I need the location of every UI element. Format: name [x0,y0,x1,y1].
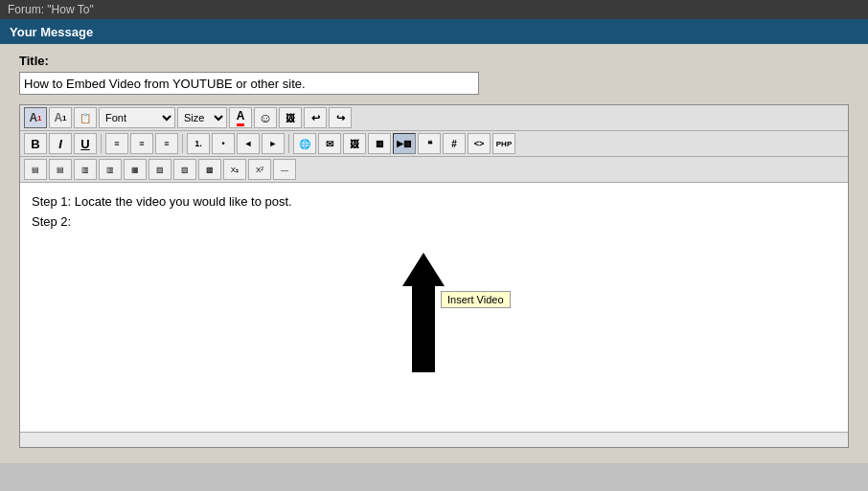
image-btn[interactable]: 🖼 [343,133,366,154]
editor-container: A1 A1 📋 Font Size A [19,104,849,448]
indent-dec-btn[interactable]: ◄ [237,133,260,154]
toolbar-row-1: A1 A1 📋 Font Size A [20,105,848,131]
align-left-btn[interactable]: ≡ [105,133,128,154]
insert-video-toolbar-btn[interactable]: ▶▦ [393,133,416,154]
toolbar-row-3: ▤ ▤ ▥ ▥ ▦ ▧ [20,157,848,183]
link-btn[interactable]: 🌐 [293,133,316,154]
editor-footer [20,432,848,447]
row3-btn-4[interactable]: ▥ [99,159,122,180]
row3-btn-5[interactable]: ▦ [124,159,147,180]
code-btn[interactable]: <> [468,133,491,154]
row3-btn-7[interactable]: ▨ [173,159,196,180]
title-input[interactable] [19,72,479,95]
form-area: Title: A1 A1 📋 Font [0,44,868,463]
row3-btn-2[interactable]: ▤ [49,159,72,180]
font-select[interactable]: Font [99,107,175,128]
format-btn-2[interactable]: A1 [49,107,72,128]
php-btn[interactable]: PHP [492,133,515,154]
italic-btn[interactable]: I [49,133,72,154]
subscript-btn[interactable]: X₂ [223,159,246,180]
toolbar-sep-1 [101,134,102,153]
font-color-btn[interactable]: A [229,107,252,128]
page-wrapper: Your Message Title: A1 A1 📋 [0,19,868,463]
title-label: Title: [19,54,849,68]
toolbar-sep-2 [182,134,183,153]
indent-inc-btn[interactable]: ► [262,133,285,154]
hash-btn[interactable]: # [443,133,466,154]
insert-table-btn[interactable]: ▦ [368,133,391,154]
quote-btn[interactable]: ❝ [418,133,441,154]
hr-btn[interactable]: ― [273,159,296,180]
email-btn[interactable]: ✉ [318,133,341,154]
forum-bar-text: Forum: "How To" [8,3,94,16]
align-right-btn[interactable]: ≡ [155,133,178,154]
forum-bar: Forum: "How To" [0,0,868,19]
smiley-btn[interactable]: ☺ [254,107,277,128]
ordered-list-btn[interactable]: 1. [187,133,210,154]
bold-btn[interactable]: B [24,133,47,154]
editor-content[interactable]: Step 1: Locate the video you would like … [20,183,848,432]
toolbar-sep-3 [288,134,289,153]
row3-btn-3[interactable]: ▥ [74,159,97,180]
align-center-btn[interactable]: ≡ [130,133,153,154]
format-btn-1[interactable]: A1 [24,107,47,128]
undo-btn[interactable]: ↩ [304,107,327,128]
size-select[interactable]: Size [177,107,227,128]
editor-line-2: Step 2: [32,212,836,233]
editor-wrapper: A1 A1 📋 Font Size A [19,104,849,448]
toolbar-row-2: B I U ≡ ≡ ≡ [20,131,848,157]
unordered-list-btn[interactable]: • [212,133,235,154]
row3-btn-1[interactable]: ▤ [24,159,47,180]
paste-btn[interactable]: 📋 [74,107,97,128]
underline-btn[interactable]: U [74,133,97,154]
header-title: Your Message [10,25,93,39]
row3-btn-8[interactable]: ▩ [198,159,221,180]
insert-media-btn[interactable]: 🖼 [279,107,302,128]
row3-btn-6[interactable]: ▧ [148,159,171,180]
redo-btn[interactable]: ↪ [329,107,352,128]
editor-line-1: Step 1: Locate the video you would like … [32,192,836,212]
your-message-header: Your Message [0,19,868,44]
superscript-btn[interactable]: X² [248,159,271,180]
